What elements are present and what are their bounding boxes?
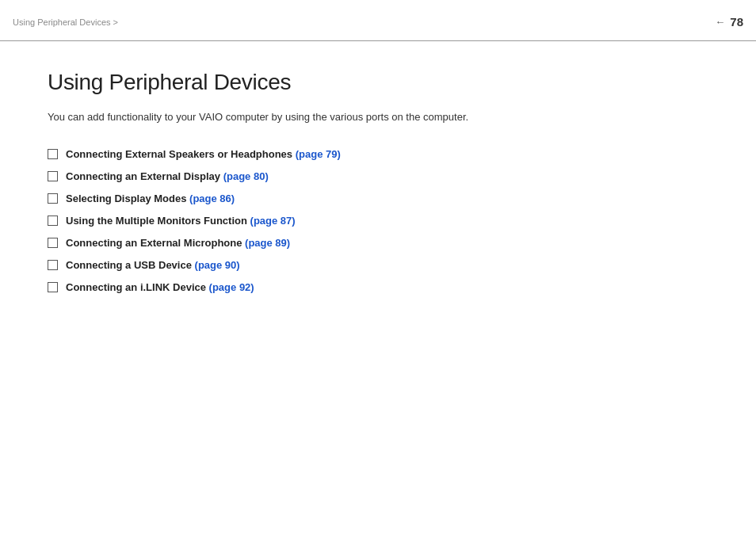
toc-checkbox-icon (48, 238, 58, 248)
header-bar: Using Peripheral Devices > ← 78 (0, 0, 756, 41)
toc-item-label: Connecting an External Microphone (66, 237, 245, 249)
toc-checkbox-icon (48, 171, 58, 181)
content-area: Using Peripheral Devices You can add fun… (0, 41, 756, 334)
toc-item-link[interactable]: (page 87) (250, 215, 296, 227)
page-title: Using Peripheral Devices (48, 70, 708, 95)
toc-item: Connecting an External Microphone (page … (48, 236, 708, 249)
toc-checkbox-icon (48, 193, 58, 204)
toc-item: Connecting a USB Device (page 90) (48, 258, 708, 271)
toc-item-link[interactable]: (page 80) (223, 170, 269, 182)
toc-item-text: Selecting Display Modes (page 86) (66, 192, 235, 204)
toc-checkbox-icon (48, 216, 58, 226)
toc-item-link[interactable]: (page 92) (209, 281, 254, 293)
toc-item-text: Using the Multiple Monitors Function (pa… (66, 214, 296, 227)
toc-item-label: Connecting External Speakers or Headphon… (66, 148, 296, 160)
toc-item-label: Connecting an i.LINK Device (66, 281, 209, 293)
toc-item-text: Connecting an External Display (page 80) (66, 170, 269, 182)
page-arrow-icon: ← (715, 16, 725, 28)
toc-item: Connecting an i.LINK Device (page 92) (48, 280, 708, 293)
breadcrumb: Using Peripheral Devices > (13, 17, 118, 27)
toc-item-link[interactable]: (page 79) (296, 148, 341, 160)
toc-item-link[interactable]: (page 86) (189, 193, 235, 204)
toc-list: Connecting External Speakers or Headphon… (48, 147, 708, 293)
toc-item-text: Connecting an i.LINK Device (page 92) (66, 280, 254, 293)
toc-item-label: Selecting Display Modes (66, 193, 189, 204)
toc-checkbox-icon (48, 282, 58, 292)
toc-checkbox-icon (48, 149, 58, 159)
toc-item: Connecting External Speakers or Headphon… (48, 147, 708, 160)
toc-item-text: Connecting External Speakers or Headphon… (66, 147, 341, 160)
toc-item-label: Using the Multiple Monitors Function (66, 215, 250, 227)
toc-item-label: Connecting a USB Device (66, 259, 195, 271)
page-number-container: ← 78 (715, 15, 743, 29)
toc-item-text: Connecting an External Microphone (page … (66, 236, 290, 249)
toc-item-label: Connecting an External Display (66, 170, 223, 182)
page-number: 78 (730, 15, 743, 29)
toc-item-link[interactable]: (page 90) (195, 259, 240, 271)
toc-item-link[interactable]: (page 89) (245, 237, 290, 249)
toc-item-text: Connecting a USB Device (page 90) (66, 258, 240, 271)
toc-item: Selecting Display Modes (page 86) (48, 192, 708, 204)
toc-checkbox-icon (48, 260, 58, 270)
intro-paragraph: You can add functionality to your VAIO c… (48, 109, 708, 125)
toc-item: Using the Multiple Monitors Function (pa… (48, 214, 708, 227)
toc-item: Connecting an External Display (page 80) (48, 170, 708, 182)
